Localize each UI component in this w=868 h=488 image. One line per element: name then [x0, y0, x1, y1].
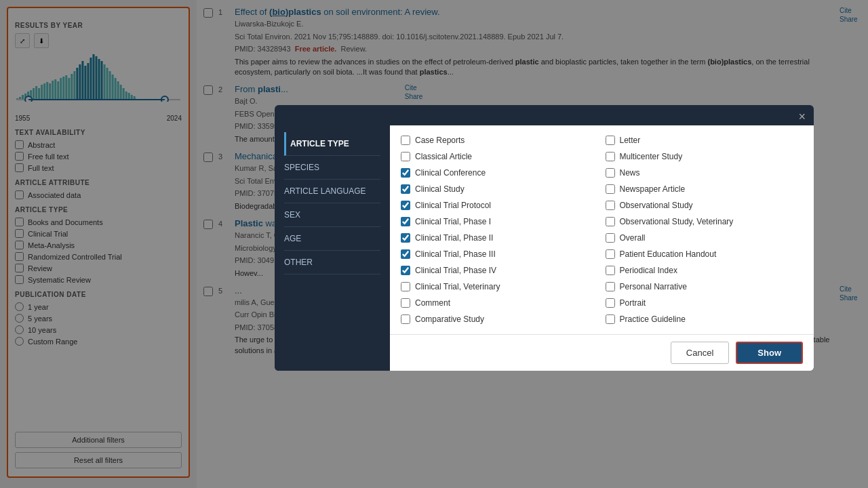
modal-header: ×	[275, 105, 814, 125]
at-case-reports: Case Reports	[401, 134, 599, 147]
at-clinical-study-label: Clinical Study	[415, 184, 465, 194]
article-type-grid: Case Reports Letter Classical Article Mu…	[401, 134, 803, 326]
at-observational-study: Observational Study	[606, 199, 804, 212]
at-clinical-trial-protocol: Clinical Trial Protocol	[401, 199, 599, 212]
article-type-section: Case Reports Letter Classical Article Mu…	[390, 125, 814, 334]
at-clinical-trial-phase-iv-label: Clinical Trial, Phase IV	[415, 266, 496, 275]
modal-footer: Cancel Show	[390, 334, 814, 371]
at-observational-study-label: Observational Study	[620, 201, 693, 210]
at-clinical-trial-protocol-checkbox[interactable]	[401, 201, 410, 210]
at-clinical-trial-phase-iii-checkbox[interactable]	[401, 249, 410, 259]
at-news-checkbox[interactable]	[606, 168, 615, 178]
at-comment-label: Comment	[415, 298, 450, 308]
modal-body: ARTICLE TYPE SPECIES ARTICLE LANGUAGE SE…	[275, 125, 814, 371]
modal-nav-sex[interactable]: SEX	[284, 203, 380, 227]
at-clinical-trial-phase-i: Clinical Trial, Phase I	[401, 215, 599, 228]
modal-sidebar: ARTICLE TYPE SPECIES ARTICLE LANGUAGE SE…	[275, 125, 390, 371]
at-periodical-index: Periodical Index	[606, 264, 804, 277]
at-classical-article-checkbox[interactable]	[401, 152, 410, 161]
at-clinical-study: Clinical Study	[401, 182, 599, 196]
at-overall: Overall	[606, 231, 804, 245]
at-comparative-study: Comparative Study	[401, 312, 599, 326]
at-case-reports-label: Case Reports	[415, 136, 465, 145]
at-letter-label: Letter	[620, 136, 641, 145]
at-periodical-index-label: Periodical Index	[620, 266, 677, 275]
at-multicenter-study-label: Multicenter Study	[620, 152, 683, 161]
at-patient-education-handout-label: Patient Education Handout	[620, 249, 717, 259]
at-patient-education-handout-checkbox[interactable]	[606, 249, 615, 259]
at-clinical-study-checkbox[interactable]	[401, 184, 410, 194]
at-portrait-label: Portrait	[620, 298, 646, 308]
at-clinical-trial-phase-iii: Clinical Trial, Phase III	[401, 247, 599, 261]
at-classical-article: Classical Article	[401, 150, 599, 163]
at-multicenter-study-checkbox[interactable]	[606, 152, 615, 161]
at-practice-guideline: Practice Guideline	[606, 312, 804, 326]
at-clinical-trial-vet-label: Clinical Trial, Veterinary	[415, 282, 500, 291]
modal-close-button[interactable]: ×	[798, 110, 806, 123]
at-clinical-trial-phase-ii: Clinical Trial, Phase II	[401, 231, 599, 245]
at-observational-study-veterinary: Observational Study, Veterinary	[606, 215, 804, 228]
at-clinical-trial-phase-i-checkbox[interactable]	[401, 217, 410, 226]
at-clinical-trial-phase-iii-label: Clinical Trial, Phase III	[415, 249, 496, 259]
show-button[interactable]: Show	[736, 342, 803, 364]
at-clinical-conference-checkbox[interactable]	[401, 168, 410, 178]
at-case-reports-checkbox[interactable]	[401, 136, 410, 145]
modal-nav-article-language[interactable]: ARTICLE LANGUAGE	[284, 180, 380, 203]
at-clinical-trial-phase-iv-checkbox[interactable]	[401, 266, 410, 275]
at-comparative-study-checkbox[interactable]	[401, 314, 410, 324]
at-clinical-trial-vet-checkbox[interactable]	[401, 282, 410, 291]
at-comparative-study-label: Comparative Study	[415, 314, 484, 324]
at-multicenter-study: Multicenter Study	[606, 150, 804, 163]
at-practice-guideline-checkbox[interactable]	[606, 314, 615, 324]
at-newspaper-article-label: Newspaper Article	[620, 184, 686, 194]
at-clinical-trial-phase-iv: Clinical Trial, Phase IV	[401, 264, 599, 277]
at-comment-checkbox[interactable]	[401, 298, 410, 308]
cancel-button[interactable]: Cancel	[671, 342, 729, 364]
at-clinical-conference: Clinical Conference	[401, 166, 599, 180]
at-comment: Comment	[401, 296, 599, 310]
at-observational-study-vet-label: Observational Study, Veterinary	[620, 217, 734, 226]
at-overall-label: Overall	[620, 233, 646, 243]
at-periodical-index-checkbox[interactable]	[606, 266, 615, 275]
modal-content-area: Case Reports Letter Classical Article Mu…	[390, 125, 814, 371]
modal-nav-other[interactable]: OTHER	[284, 251, 380, 274]
at-observational-study-checkbox[interactable]	[606, 201, 615, 210]
article-type-modal: × ARTICLE TYPE SPECIES ARTICLE LANGUAGE …	[275, 105, 814, 371]
at-clinical-trial-phase-ii-checkbox[interactable]	[401, 233, 410, 243]
modal-nav-species[interactable]: SPECIES	[284, 156, 380, 180]
at-portrait: Portrait	[606, 296, 804, 310]
at-personal-narrative-checkbox[interactable]	[606, 282, 615, 291]
at-portrait-checkbox[interactable]	[606, 298, 615, 308]
at-overall-checkbox[interactable]	[606, 233, 615, 243]
at-clinical-conference-label: Clinical Conference	[415, 168, 486, 178]
at-newspaper-article-checkbox[interactable]	[606, 184, 615, 194]
at-personal-narrative: Personal Narrative	[606, 280, 804, 293]
at-clinical-trial-phase-i-label: Clinical Trial, Phase I	[415, 217, 491, 226]
at-news: News	[606, 166, 804, 180]
at-letter: Letter	[606, 134, 804, 147]
at-patient-education-handout: Patient Education Handout	[606, 247, 804, 261]
at-clinical-trial-veterinary: Clinical Trial, Veterinary	[401, 280, 599, 293]
at-letter-checkbox[interactable]	[606, 136, 615, 145]
modal-nav-age[interactable]: AGE	[284, 227, 380, 251]
at-personal-narrative-label: Personal Narrative	[620, 282, 687, 291]
at-practice-guideline-label: Practice Guideline	[620, 314, 686, 324]
at-newspaper-article: Newspaper Article	[606, 182, 804, 196]
at-classical-article-label: Classical Article	[415, 152, 472, 161]
at-clinical-trial-protocol-label: Clinical Trial Protocol	[415, 201, 491, 210]
at-observational-study-vet-checkbox[interactable]	[606, 217, 615, 226]
at-clinical-trial-phase-ii-label: Clinical Trial, Phase II	[415, 233, 493, 243]
modal-nav-article-type[interactable]: ARTICLE TYPE	[284, 132, 380, 156]
at-news-label: News	[620, 168, 640, 178]
